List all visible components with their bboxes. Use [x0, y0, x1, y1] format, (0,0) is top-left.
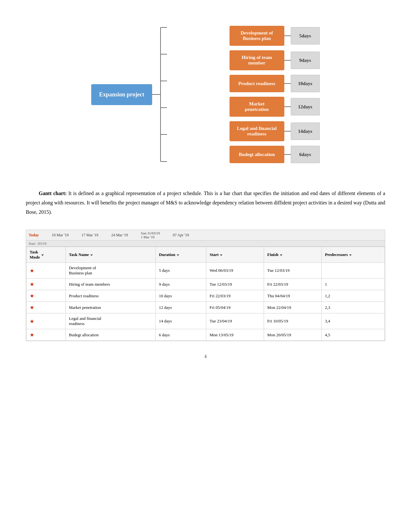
date-24mar: 24 Mar '19 — [111, 233, 128, 238]
connector-0 — [284, 35, 291, 36]
task-icon-5: ★ — [30, 332, 34, 338]
duration-arrow — [177, 254, 179, 256]
start-arrow — [220, 254, 222, 256]
start-subheader-label: Start — [29, 241, 35, 245]
row3-duration: 12 days — [156, 302, 206, 313]
row5-start: Mon 13/05/19 — [206, 329, 264, 341]
task-node-4: Legal and financial readiness — [230, 121, 284, 141]
gantt-section: Today 10 Mar '19 17 Mar '19 24 Mar '19 S… — [26, 230, 385, 341]
connector-1 — [284, 60, 291, 61]
row3-finish: Mon 22/04/19 — [264, 302, 322, 313]
row0-duration: 5 days — [156, 263, 206, 279]
row3-predecessors: 2,3 — [321, 302, 385, 313]
row5-predecessors: 4,5 — [321, 329, 385, 341]
task-icon-2: ★ — [30, 293, 34, 299]
row2-duration: 10 days — [156, 290, 206, 302]
today-label: Today — [29, 233, 39, 238]
row0-finish: Tue 12/03/19 — [264, 263, 322, 279]
row5-name: Budegt allocation — [65, 329, 155, 341]
connector-3 — [284, 106, 291, 107]
center-node-label: Expansion project — [99, 91, 144, 98]
duration-4: 14days — [291, 123, 320, 140]
row0-predecessors — [321, 263, 385, 279]
duration-2: 10days — [291, 75, 320, 92]
row1-name: Hiring of team members — [65, 279, 155, 290]
col-finish: Finish — [264, 247, 322, 263]
task-node-2: Product readiness — [230, 75, 284, 92]
row2-start: Fri 22/03/19 — [206, 290, 264, 302]
task-row-1: Hiring of team member 9days — [230, 50, 320, 70]
gantt-header-row: TaskMode Task Name Duration — [26, 247, 385, 263]
table-row: ★ Budegt allocation 6 days Mon 13/05/19 … — [26, 329, 385, 341]
row5-duration: 6 days — [156, 329, 206, 341]
row0-start: Wed 06/03/19 — [206, 263, 264, 279]
task-row-5: Budegt allocation 6days — [230, 146, 320, 163]
task-row-2: Product readiness 10days — [230, 75, 320, 92]
row0-name: Development ofBusiness plan — [65, 263, 155, 279]
table-row: ★ Development ofBusiness plan 5 days Wed… — [26, 263, 385, 279]
predecessors-arrow — [349, 254, 352, 256]
connector-2 — [284, 83, 291, 84]
table-row: ★ Product readiness 10 days Fri 22/03/19… — [26, 290, 385, 302]
task-node-5: Budegt allocation — [230, 146, 284, 163]
page-number: 4 — [26, 354, 385, 359]
task-icon-0: ★ — [30, 268, 34, 273]
row1-duration: 9 days — [156, 279, 206, 290]
row2-name: Product readiness — [65, 290, 155, 302]
task-mode-arrow — [41, 254, 44, 256]
task-node-0: Development of Business plan — [230, 26, 284, 46]
gantt-body-text: It is defined as a graphical representat… — [26, 191, 385, 215]
connector-svg — [141, 14, 235, 175]
date-10mar: 10 Mar '19 — [52, 233, 69, 238]
row4-name: Legal and financialreadiness — [65, 313, 155, 329]
date-sun31mar: Sun 31/03/191 Mar '19 — [141, 231, 160, 239]
finish-arrow — [280, 254, 282, 256]
task-name-arrow — [90, 254, 93, 256]
row3-start: Fri 05/04/19 — [206, 302, 264, 313]
row4-start: Tue 23/04/19 — [206, 313, 264, 329]
duration-5: 6days — [291, 146, 320, 163]
connector-4 — [284, 131, 291, 132]
task-row-3: Market penetration 12days — [230, 97, 320, 117]
task-row-4: Legal and financial readiness 14days — [230, 121, 320, 141]
col-start: Start — [206, 247, 264, 263]
row5-mode: ★ — [26, 329, 66, 341]
table-row: ★ Legal and financialreadiness 14 days T… — [26, 313, 385, 329]
gantt-bold-label: Gantt chart: — [39, 191, 67, 196]
task-icon-1: ★ — [30, 281, 34, 287]
task-icon-3: ★ — [30, 305, 34, 310]
table-row: ★ Hiring of team members 9 days Tue 12/0… — [26, 279, 385, 290]
gantt-table: TaskMode Task Name Duration — [26, 247, 385, 341]
row4-duration: 14 days — [156, 313, 206, 329]
gantt-subheader: Start /03/19 — [26, 241, 385, 247]
row2-predecessors: 1,2 — [321, 290, 385, 302]
row1-predecessors: 1 — [321, 279, 385, 290]
row5-finish: Mon 20/05/19 — [264, 329, 322, 341]
col-predecessors: Predecessors — [321, 247, 385, 263]
gantt-description: Gantt chart: It is defined as a graphica… — [26, 189, 385, 217]
connector-5 — [284, 154, 291, 155]
col-duration: Duration — [156, 247, 206, 263]
task-row-0: Development of Business plan 5days — [230, 26, 320, 46]
date-07apr: 07 Apr '19 — [173, 233, 189, 238]
page-number-value: 4 — [204, 354, 207, 359]
start-subheader-date: /03/19 — [37, 241, 46, 245]
task-node-1: Hiring of team member — [230, 50, 284, 70]
center-node: Expansion project — [91, 84, 152, 105]
text-section: Gantt chart: It is defined as a graphica… — [26, 189, 385, 217]
tasks-container: Development of Business plan 5days Hirin… — [230, 26, 320, 163]
task-icon-4: ★ — [30, 319, 34, 324]
task-node-3: Market penetration — [230, 97, 284, 117]
mindmap-section: Expansion project Development of Busines… — [26, 19, 385, 170]
row2-finish: Thu 04/04/19 — [264, 290, 322, 302]
duration-1: 9days — [291, 52, 320, 69]
row1-start: Tue 12/03/19 — [206, 279, 264, 290]
duration-0: 5days — [291, 27, 320, 44]
row4-finish: Fri 10/05/19 — [264, 313, 322, 329]
table-row: ★ Market penetration 12 days Fri 05/04/1… — [26, 302, 385, 313]
row1-finish: Fri 22/03/19 — [264, 279, 322, 290]
row0-mode: ★ — [26, 263, 66, 279]
date-17mar: 17 Mar '19 — [82, 233, 98, 238]
row2-mode: ★ — [26, 290, 66, 302]
gantt-header-bar: Today 10 Mar '19 17 Mar '19 24 Mar '19 S… — [26, 230, 385, 241]
